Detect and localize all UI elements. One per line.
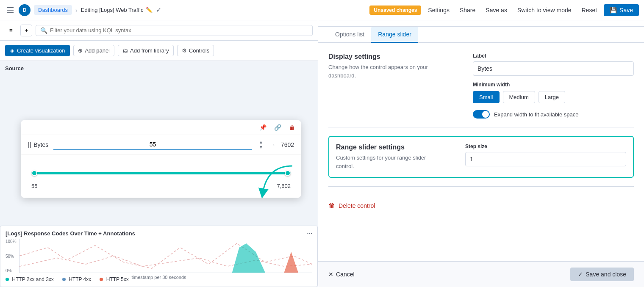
size-button-group: Small Medium Large (473, 91, 634, 103)
avatar: D (19, 4, 31, 16)
range-settings-box: Range slider settings Custom settings fo… (328, 136, 634, 178)
chart-svg (19, 239, 312, 273)
panel-footer: ✕ Cancel ✓ Save and close (318, 261, 644, 287)
range-settings-title: Range slider settings (336, 144, 445, 151)
range-min-input[interactable] (53, 139, 252, 150)
add-button[interactable]: ＋ (20, 25, 32, 36)
edit-control-panel: Edit control × Options list Range slider… (318, 0, 644, 287)
tab-range-slider[interactable]: Range slider (371, 27, 418, 43)
dashboard-toolbar: ◈ Create visualization ⊕ Add panel 🗂 Add… (0, 41, 318, 61)
add-library-button[interactable]: 🗂 Add from library (118, 45, 174, 56)
slider-right-handle[interactable] (285, 170, 291, 176)
reset-button[interactable]: Reset (578, 5, 601, 15)
delete-control-row[interactable]: 🗑 Delete control (328, 195, 634, 216)
unsaved-badge: Unsaved changes (369, 6, 421, 15)
range-control-widget: 📌 🔗 🗑 || Bytes ▲ ▼ → 7602 (21, 120, 301, 198)
save-as-button[interactable]: Save as (482, 5, 511, 15)
range-max-value: 7602 (281, 141, 294, 148)
sidebar-toggle-icon: ≡ (9, 27, 13, 33)
y-label-50: 50% (6, 254, 17, 259)
controls-icon: ⚙ (182, 47, 187, 54)
range-stepper[interactable]: ▲ ▼ (257, 140, 265, 150)
display-settings-title: Display settings (328, 53, 452, 61)
breadcrumb-separator: › (75, 7, 78, 14)
slider-min-label: 55 (31, 183, 37, 189)
add-panel-icon: ⊕ (78, 47, 83, 54)
collapse-sidebar-button[interactable]: ≡ (5, 25, 17, 36)
search-input[interactable] (50, 27, 308, 33)
size-large-button[interactable]: Large (539, 91, 565, 103)
pin-icon-button[interactable]: 📌 (257, 123, 269, 132)
size-medium-button[interactable]: Medium (503, 91, 535, 103)
chart-icon: ◈ (10, 47, 14, 54)
save-and-close-button[interactable]: ✓ Save and close (570, 268, 634, 281)
switch-mode-button[interactable]: Switch to view mode (514, 5, 575, 15)
delete-control-label: Delete control (339, 202, 375, 209)
plus-icon: ＋ (24, 27, 29, 34)
slider-area: 55 7,602 (21, 155, 301, 198)
top-navbar: D Dashboards › Editing [Logs] Web Traffi… (0, 0, 644, 20)
left-panel: ≡ ＋ 🔍 ◈ Create visualization ⊕ Add panel… (0, 20, 318, 287)
panel-body: Display settings Change how the control … (318, 43, 644, 261)
chart-options-icon[interactable]: ⋯ (307, 230, 312, 237)
edit-icon[interactable]: ✏️ (146, 7, 153, 13)
label-input[interactable] (473, 61, 634, 76)
y-label-0: 0% (6, 268, 17, 273)
expand-toggle[interactable] (473, 110, 490, 119)
create-visualization-button[interactable]: ◈ Create visualization (5, 45, 70, 56)
slider-fill (31, 172, 291, 174)
trash-icon: 🗑 (328, 202, 335, 210)
step-size-label: Step size (465, 144, 626, 149)
share-button[interactable]: Share (456, 5, 479, 15)
cancel-icon: ✕ (328, 271, 333, 278)
range-settings-inner: Range slider settings Custom settings fo… (336, 144, 626, 170)
label-field-label: Label (473, 53, 634, 59)
expand-toggle-label: Expand width to fit available space (494, 111, 578, 118)
y-label-100: 100% (6, 239, 17, 244)
save-icon: 💾 (610, 7, 617, 14)
x-axis-title: timestamp per 30 seconds (6, 275, 312, 280)
display-settings-section: Display settings Change how the control … (328, 53, 634, 119)
section-divider (328, 127, 634, 127)
settings-button[interactable]: Settings (425, 5, 453, 15)
cancel-button[interactable]: ✕ Cancel (328, 271, 355, 278)
save-button[interactable]: 💾 Save (604, 4, 639, 16)
range-control-row: || Bytes ▲ ▼ → 7602 (21, 135, 301, 155)
add-panel-button[interactable]: ⊕ Add panel (73, 45, 114, 56)
check-icon: ✓ (578, 271, 583, 278)
range-label: || Bytes (28, 141, 48, 148)
slider-labels: 55 7,602 (31, 183, 291, 189)
source-label: Source (5, 65, 24, 72)
decrement-button[interactable]: ▼ (257, 145, 265, 150)
arrow-right-icon: → (270, 141, 276, 148)
range-settings-desc: Custom settings for your range slider co… (336, 154, 445, 170)
min-width-label: Minimum width (473, 82, 634, 88)
menu-icon[interactable] (5, 6, 15, 15)
panel-tabs: Options list Range slider (318, 27, 644, 43)
tab-options-list[interactable]: Options list (328, 27, 371, 43)
link-icon-button[interactable]: 🔗 (272, 123, 284, 132)
widget-toolbar: 📌 🔗 🗑 (21, 120, 301, 135)
increment-button[interactable]: ▲ (257, 140, 265, 145)
confirm-icon[interactable]: ✓ (156, 6, 161, 14)
slider-max-label: 7,602 (277, 183, 291, 189)
step-size-input[interactable] (465, 152, 626, 166)
svg-marker-0 (218, 243, 265, 273)
library-icon: 🗂 (122, 47, 128, 54)
display-settings-desc: Change how the control appears on your d… (328, 63, 452, 80)
breadcrumb-dashboards[interactable]: Dashboards (34, 5, 72, 15)
expand-toggle-row: Expand width to fit available space (473, 110, 634, 119)
section-divider-2 (328, 186, 634, 187)
slider-left-handle[interactable] (31, 170, 37, 176)
delete-widget-button[interactable]: 🗑 (286, 123, 297, 132)
svg-marker-1 (275, 252, 298, 273)
size-small-button[interactable]: Small (473, 91, 500, 103)
breadcrumb-current: Editing [Logs] Web Traffic ✏️ (81, 7, 153, 13)
controls-button[interactable]: ⚙ Controls (177, 45, 214, 56)
search-icon: 🔍 (40, 27, 47, 34)
chart-area: 100% 50% 0% (6, 239, 312, 273)
search-bar[interactable]: 🔍 (36, 25, 313, 36)
chart-title: [Logs] Response Codes Over Time + Annota… (6, 230, 312, 237)
dashboard-content: Source 📌 🔗 🗑 || Bytes ▲ ▼ → 7602 (0, 61, 318, 287)
slider-track[interactable] (31, 172, 291, 174)
